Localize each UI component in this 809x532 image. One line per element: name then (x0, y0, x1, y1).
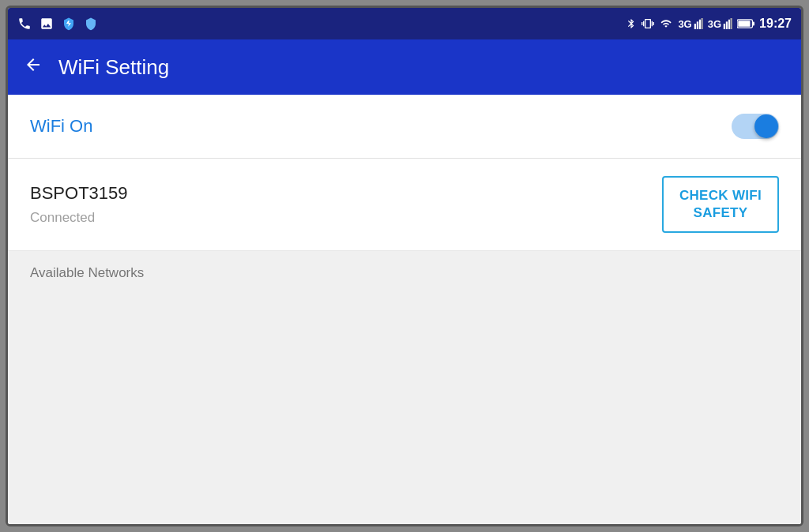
status-bar: 3G 3G (8, 8, 801, 39)
toolbar-title: WiFi Setting (58, 55, 169, 80)
battery-icon (737, 18, 754, 29)
svg-rect-4 (724, 24, 725, 29)
shield-icon (84, 16, 98, 32)
back-button[interactable] (24, 54, 43, 80)
phone-icon (17, 17, 32, 31)
network-3g-1-icon: 3G (678, 18, 702, 30)
bluetooth-icon (626, 17, 637, 31)
available-networks-title: Available Networks (30, 265, 144, 280)
svg-rect-0 (694, 24, 695, 29)
network-info: BSPOT3159 Connected (30, 183, 128, 226)
3g-label-2: 3G (708, 18, 721, 30)
wifi-toggle[interactable] (732, 114, 779, 139)
status-bar-right: 3G 3G (626, 17, 792, 31)
toolbar: WiFi Setting (8, 39, 801, 95)
wifi-signal-icon (659, 18, 673, 29)
network-3g-2-icon: 3G (708, 18, 732, 30)
toggle-knob (754, 114, 778, 138)
bolt-shield-icon (62, 16, 76, 32)
svg-rect-10 (753, 21, 755, 25)
status-time: 19:27 (759, 17, 792, 31)
vibrate-icon (642, 17, 654, 31)
main-content: WiFi On BSPOT3159 Connected CHECK WIFISA… (8, 95, 801, 524)
svg-rect-2 (699, 20, 701, 29)
phone-frame: 3G 3G (6, 6, 803, 526)
check-wifi-safety-button[interactable]: CHECK WIFISAFETY (662, 176, 779, 233)
connected-network-row: BSPOT3159 Connected CHECK WIFISAFETY (8, 159, 801, 251)
svg-rect-1 (697, 21, 698, 29)
wifi-on-label: WiFi On (30, 116, 92, 137)
svg-rect-6 (728, 20, 730, 29)
network-name: BSPOT3159 (30, 183, 128, 204)
svg-rect-5 (726, 21, 728, 29)
wifi-toggle-row: WiFi On (8, 95, 801, 159)
network-connection-status: Connected (30, 210, 128, 226)
svg-rect-3 (701, 18, 702, 29)
status-bar-left (17, 16, 98, 32)
3g-label-1: 3G (678, 18, 691, 30)
svg-rect-7 (731, 18, 732, 29)
svg-rect-9 (738, 21, 750, 27)
gallery-icon (40, 17, 54, 31)
available-networks-section: Available Networks (8, 251, 801, 524)
